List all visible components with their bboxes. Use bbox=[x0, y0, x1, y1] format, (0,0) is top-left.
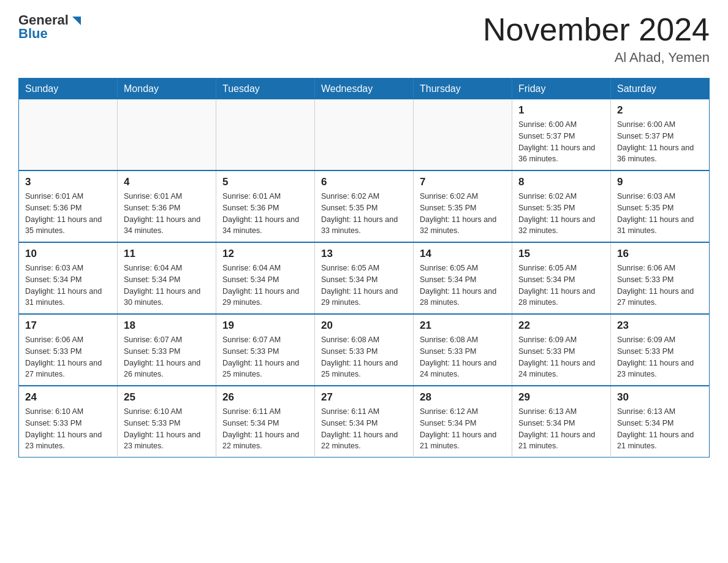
calendar-cell: 2Sunrise: 6:00 AMSunset: 5:37 PMDaylight… bbox=[611, 99, 710, 170]
day-number: 5 bbox=[222, 176, 308, 188]
calendar-cell: 3Sunrise: 6:01 AMSunset: 5:36 PMDaylight… bbox=[19, 170, 118, 242]
calendar-cell bbox=[414, 99, 512, 170]
calendar-cell: 24Sunrise: 6:10 AMSunset: 5:33 PMDayligh… bbox=[19, 386, 118, 458]
calendar-cell: 20Sunrise: 6:08 AMSunset: 5:33 PMDayligh… bbox=[315, 314, 414, 386]
day-info: Sunrise: 6:07 AMSunset: 5:33 PMDaylight:… bbox=[124, 334, 210, 380]
calendar-cell bbox=[19, 99, 118, 170]
day-info: Sunrise: 6:00 AMSunset: 5:37 PMDaylight:… bbox=[518, 119, 604, 165]
calendar-week-1: 1Sunrise: 6:00 AMSunset: 5:37 PMDaylight… bbox=[19, 99, 710, 170]
calendar-cell: 27Sunrise: 6:11 AMSunset: 5:34 PMDayligh… bbox=[315, 386, 414, 458]
svg-marker-0 bbox=[72, 17, 81, 25]
logo-blue: Blue bbox=[18, 26, 48, 41]
day-number: 28 bbox=[420, 391, 506, 404]
calendar-week-3: 10Sunrise: 6:03 AMSunset: 5:34 PMDayligh… bbox=[19, 242, 710, 314]
day-number: 8 bbox=[518, 176, 604, 188]
day-of-week-thursday: Thursday bbox=[414, 79, 512, 100]
day-info: Sunrise: 6:04 AMSunset: 5:34 PMDaylight:… bbox=[124, 262, 210, 308]
day-info: Sunrise: 6:00 AMSunset: 5:37 PMDaylight:… bbox=[617, 119, 703, 165]
day-number: 15 bbox=[518, 248, 604, 260]
calendar-cell: 9Sunrise: 6:03 AMSunset: 5:35 PMDaylight… bbox=[611, 170, 710, 242]
calendar-cell: 10Sunrise: 6:03 AMSunset: 5:34 PMDayligh… bbox=[19, 242, 118, 314]
location-subtitle: Al Ahad, Yemen bbox=[483, 50, 710, 66]
day-info: Sunrise: 6:12 AMSunset: 5:34 PMDaylight:… bbox=[420, 406, 506, 452]
calendar-cell: 29Sunrise: 6:13 AMSunset: 5:34 PMDayligh… bbox=[512, 386, 611, 458]
day-info: Sunrise: 6:05 AMSunset: 5:34 PMDaylight:… bbox=[420, 262, 506, 308]
day-info: Sunrise: 6:09 AMSunset: 5:33 PMDaylight:… bbox=[617, 334, 703, 380]
day-number: 10 bbox=[25, 248, 111, 260]
day-info: Sunrise: 6:10 AMSunset: 5:33 PMDaylight:… bbox=[124, 406, 210, 452]
day-info: Sunrise: 6:09 AMSunset: 5:33 PMDaylight:… bbox=[518, 334, 604, 380]
calendar-cell: 11Sunrise: 6:04 AMSunset: 5:34 PMDayligh… bbox=[118, 242, 216, 314]
day-number: 23 bbox=[617, 320, 703, 332]
calendar-cell: 1Sunrise: 6:00 AMSunset: 5:37 PMDaylight… bbox=[512, 99, 611, 170]
calendar-cell: 16Sunrise: 6:06 AMSunset: 5:33 PMDayligh… bbox=[611, 242, 710, 314]
day-info: Sunrise: 6:02 AMSunset: 5:35 PMDaylight:… bbox=[518, 191, 604, 237]
day-info: Sunrise: 6:01 AMSunset: 5:36 PMDaylight:… bbox=[25, 191, 111, 237]
day-info: Sunrise: 6:07 AMSunset: 5:33 PMDaylight:… bbox=[222, 334, 308, 380]
logo: General Blue bbox=[18, 12, 83, 42]
day-info: Sunrise: 6:02 AMSunset: 5:35 PMDaylight:… bbox=[321, 191, 407, 237]
calendar-cell: 23Sunrise: 6:09 AMSunset: 5:33 PMDayligh… bbox=[611, 314, 710, 386]
calendar-cell: 8Sunrise: 6:02 AMSunset: 5:35 PMDaylight… bbox=[512, 170, 611, 242]
calendar-cell: 26Sunrise: 6:11 AMSunset: 5:34 PMDayligh… bbox=[216, 386, 315, 458]
calendar-cell: 13Sunrise: 6:05 AMSunset: 5:34 PMDayligh… bbox=[315, 242, 414, 314]
calendar-cell: 4Sunrise: 6:01 AMSunset: 5:36 PMDaylight… bbox=[118, 170, 216, 242]
day-of-week-saturday: Saturday bbox=[611, 79, 710, 100]
day-number: 24 bbox=[25, 391, 111, 404]
calendar-header: SundayMondayTuesdayWednesdayThursdayFrid… bbox=[19, 79, 710, 100]
day-number: 2 bbox=[617, 104, 703, 117]
day-number: 9 bbox=[617, 176, 703, 188]
calendar-cell: 25Sunrise: 6:10 AMSunset: 5:33 PMDayligh… bbox=[118, 386, 216, 458]
calendar-cell: 17Sunrise: 6:06 AMSunset: 5:33 PMDayligh… bbox=[19, 314, 118, 386]
days-of-week-row: SundayMondayTuesdayWednesdayThursdayFrid… bbox=[19, 79, 710, 100]
day-info: Sunrise: 6:10 AMSunset: 5:33 PMDaylight:… bbox=[25, 406, 111, 452]
calendar-cell bbox=[216, 99, 315, 170]
day-info: Sunrise: 6:11 AMSunset: 5:34 PMDaylight:… bbox=[222, 406, 308, 452]
day-info: Sunrise: 6:13 AMSunset: 5:34 PMDaylight:… bbox=[617, 406, 703, 452]
day-number: 13 bbox=[321, 248, 407, 260]
day-of-week-monday: Monday bbox=[118, 79, 216, 100]
calendar-cell: 12Sunrise: 6:04 AMSunset: 5:34 PMDayligh… bbox=[216, 242, 315, 314]
day-number: 14 bbox=[420, 248, 506, 260]
title-block: November 2024 Al Ahad, Yemen bbox=[483, 12, 710, 66]
day-info: Sunrise: 6:05 AMSunset: 5:34 PMDaylight:… bbox=[321, 262, 407, 308]
day-of-week-tuesday: Tuesday bbox=[216, 79, 315, 100]
calendar-week-5: 24Sunrise: 6:10 AMSunset: 5:33 PMDayligh… bbox=[19, 386, 710, 458]
day-info: Sunrise: 6:03 AMSunset: 5:34 PMDaylight:… bbox=[25, 262, 111, 308]
calendar-cell: 14Sunrise: 6:05 AMSunset: 5:34 PMDayligh… bbox=[414, 242, 512, 314]
calendar-cell bbox=[118, 99, 216, 170]
day-number: 21 bbox=[420, 320, 506, 332]
day-number: 1 bbox=[518, 104, 604, 117]
day-number: 3 bbox=[25, 176, 111, 188]
calendar-cell: 28Sunrise: 6:12 AMSunset: 5:34 PMDayligh… bbox=[414, 386, 512, 458]
day-info: Sunrise: 6:01 AMSunset: 5:36 PMDaylight:… bbox=[124, 191, 210, 237]
calendar-cell: 21Sunrise: 6:08 AMSunset: 5:33 PMDayligh… bbox=[414, 314, 512, 386]
calendar-cell: 30Sunrise: 6:13 AMSunset: 5:34 PMDayligh… bbox=[611, 386, 710, 458]
day-info: Sunrise: 6:08 AMSunset: 5:33 PMDaylight:… bbox=[321, 334, 407, 380]
day-number: 20 bbox=[321, 320, 407, 332]
day-number: 7 bbox=[420, 176, 506, 188]
day-number: 30 bbox=[617, 391, 703, 404]
day-info: Sunrise: 6:02 AMSunset: 5:35 PMDaylight:… bbox=[420, 191, 506, 237]
day-number: 22 bbox=[518, 320, 604, 332]
day-number: 26 bbox=[222, 391, 308, 404]
day-info: Sunrise: 6:08 AMSunset: 5:33 PMDaylight:… bbox=[420, 334, 506, 380]
day-number: 17 bbox=[25, 320, 111, 332]
day-number: 11 bbox=[124, 248, 210, 260]
day-info: Sunrise: 6:04 AMSunset: 5:34 PMDaylight:… bbox=[222, 262, 308, 308]
calendar-body: 1Sunrise: 6:00 AMSunset: 5:37 PMDaylight… bbox=[19, 99, 710, 458]
day-number: 18 bbox=[124, 320, 210, 332]
calendar-week-2: 3Sunrise: 6:01 AMSunset: 5:36 PMDaylight… bbox=[19, 170, 710, 242]
day-info: Sunrise: 6:01 AMSunset: 5:36 PMDaylight:… bbox=[222, 191, 308, 237]
day-number: 25 bbox=[124, 391, 210, 404]
day-info: Sunrise: 6:05 AMSunset: 5:34 PMDaylight:… bbox=[518, 262, 604, 308]
day-number: 19 bbox=[222, 320, 308, 332]
day-info: Sunrise: 6:03 AMSunset: 5:35 PMDaylight:… bbox=[617, 191, 703, 237]
calendar-cell: 7Sunrise: 6:02 AMSunset: 5:35 PMDaylight… bbox=[414, 170, 512, 242]
calendar-cell: 15Sunrise: 6:05 AMSunset: 5:34 PMDayligh… bbox=[512, 242, 611, 314]
day-of-week-friday: Friday bbox=[512, 79, 611, 100]
day-number: 4 bbox=[124, 176, 210, 188]
calendar-cell: 18Sunrise: 6:07 AMSunset: 5:33 PMDayligh… bbox=[118, 314, 216, 386]
calendar-cell: 22Sunrise: 6:09 AMSunset: 5:33 PMDayligh… bbox=[512, 314, 611, 386]
day-number: 6 bbox=[321, 176, 407, 188]
